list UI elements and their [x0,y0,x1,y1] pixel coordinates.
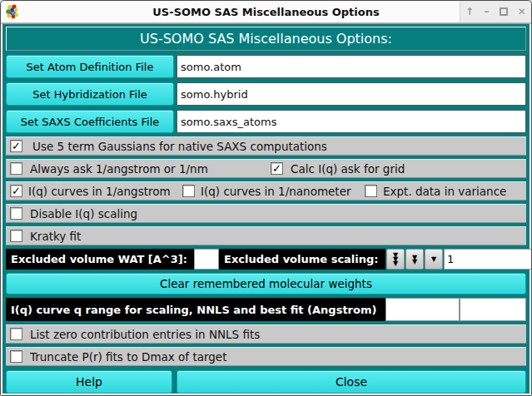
calc-iq-grid-checkbox[interactable]: ✓ [271,162,283,175]
always-ask-checkbox-item: Always ask 1/angstrom or 1/nm [10,162,208,176]
truncate-pr-label: Truncate P(r) fits to Dmax of target [30,350,226,364]
gaussians-checkbox[interactable]: ✓ [10,140,22,152]
check-icon: ✓ [272,163,281,174]
always-ask-label: Always ask 1/angstrom or 1/nm [30,162,208,176]
kratky-fit-checkbox-item: Kratky fit [10,230,81,243]
check-icon: ✓ [12,186,21,196]
atom-definition-file-input[interactable] [177,55,526,78]
maximize-window-icon[interactable] [500,7,508,16]
gaussians-row: ✓ Use 5 term Gaussians for native SAXS c… [6,136,526,156]
excluded-volume-row: Excluded volume WAT [A^3]: Excluded volu… [6,249,526,270]
window-title: US-SOMO SAS Miscellaneous Options [1,6,531,18]
iq-angstrom-label: I(q) curves in 1/angstrom [28,185,171,198]
expt-variance-checkbox[interactable] [365,185,377,197]
help-button[interactable]: Help [6,370,172,394]
iq-angstrom-checkbox[interactable]: ✓ [10,185,22,197]
disable-iq-scaling-checkbox[interactable] [10,207,22,220]
close-window-icon[interactable]: ✕ [518,7,526,17]
saxs-coefficients-file-input[interactable] [177,110,526,133]
excluded-volume-wat-label: Excluded volume WAT [A^3]: [6,249,194,270]
minimize-window-icon[interactable]: – [484,7,489,17]
excluded-volume-scaling-label: Excluded volume scaling: [219,249,385,270]
list-zero-nnls-checkbox[interactable] [10,328,22,340]
kratky-fit-row: Kratky fit [6,226,526,245]
always-ask-checkbox[interactable] [10,162,22,175]
app-molecule-icon[interactable] [3,2,22,21]
excluded-volume-wat-input[interactable] [194,249,219,270]
iq-nanometer-label: I(q) curves in 1/nanometer [201,185,351,198]
q-range-from-input[interactable] [385,298,459,321]
q-range-to-input[interactable] [459,298,526,321]
q-range-label: I(q) curve q range for scaling, NNLS and… [6,298,385,321]
spin-down-page-icon[interactable]: ▼▼▼ [386,249,405,270]
list-zero-nnls-row: List zero contribution entries in NNLS f… [6,324,526,344]
q-range-row: I(q) curve q range for scaling, NNLS and… [6,298,526,321]
hybridization-row: Set Hybridization File [6,82,526,106]
shade-window-icon[interactable]: ↑ [465,7,474,17]
expt-variance-label: Expt. data in variance [383,185,506,198]
disable-iq-scaling-label: Disable I(q) scaling [30,207,137,220]
clear-molecular-weights-button[interactable]: Clear remembered molecular weights [6,273,526,295]
spin-down-step-icon[interactable]: ▼▼ [405,249,424,270]
titlebar[interactable]: US-SOMO SAS Miscellaneous Options ↑ – ✕ [1,1,531,23]
calc-iq-grid-checkbox-item: ✓ Calc I(q) ask for grid [271,162,405,176]
page-title-text: US-SOMO SAS Miscellaneous Options: [140,31,392,47]
excluded-volume-scaling-spinner: ▼▼▼ ▼▼ ▼ ▲ ▲▲ ▲▲▲ [385,249,532,270]
window-controls: ↑ – ✕ [460,1,531,22]
saxs-coefficients-row: Set SAXS Coefficients File [6,110,526,133]
iq-units-row: ✓ I(q) curves in 1/angstrom I(q) curves … [6,181,526,200]
gaussians-checkbox-item: ✓ Use 5 term Gaussians for native SAXS c… [10,140,327,153]
close-button[interactable]: Close [177,370,526,394]
ask-units-row: Always ask 1/angstrom or 1/nm ✓ Calc I(q… [6,159,526,178]
disable-iq-scaling-checkbox-item: Disable I(q) scaling [10,207,137,220]
atom-definition-row: Set Atom Definition File [6,55,526,78]
iq-nanometer-checkbox[interactable] [182,185,195,197]
page-title: US-SOMO SAS Miscellaneous Options: [6,27,526,51]
disable-iq-scaling-row: Disable I(q) scaling [6,204,526,223]
bottom-button-row: Help Close [6,370,526,394]
excluded-volume-scaling-input[interactable] [444,249,532,270]
kratky-fit-checkbox[interactable] [10,230,22,242]
kratky-fit-label: Kratky fit [30,230,81,243]
truncate-pr-row: Truncate P(r) fits to Dmax of target [6,347,526,366]
iq-angstrom-checkbox-item: ✓ I(q) curves in 1/angstrom [10,185,171,198]
set-hybridization-file-button[interactable]: Set Hybridization File [6,82,174,106]
expt-variance-checkbox-item: Expt. data in variance [365,185,506,198]
calc-iq-grid-label: Calc I(q) ask for grid [291,162,405,176]
set-saxs-coefficients-file-button[interactable]: Set SAXS Coefficients File [6,110,174,133]
app-window: US-SOMO SAS Miscellaneous Options ↑ – ✕ … [0,0,532,396]
spin-down-icon[interactable]: ▼ [425,249,443,270]
gaussians-label: Use 5 term Gaussians for native SAXS com… [32,140,327,153]
check-icon: ✓ [12,141,21,151]
list-zero-nnls-checkbox-item: List zero contribution entries in NNLS f… [10,328,260,341]
iq-nanometer-checkbox-item: I(q) curves in 1/nanometer [182,185,351,198]
list-zero-nnls-label: List zero contribution entries in NNLS f… [30,328,260,341]
set-atom-definition-file-button[interactable]: Set Atom Definition File [6,55,174,78]
hybridization-file-input[interactable] [177,82,526,106]
dialog-content: US-SOMO SAS Miscellaneous Options: Set A… [1,23,531,395]
truncate-pr-checkbox[interactable] [10,350,22,363]
truncate-pr-checkbox-item: Truncate P(r) fits to Dmax of target [10,350,226,364]
